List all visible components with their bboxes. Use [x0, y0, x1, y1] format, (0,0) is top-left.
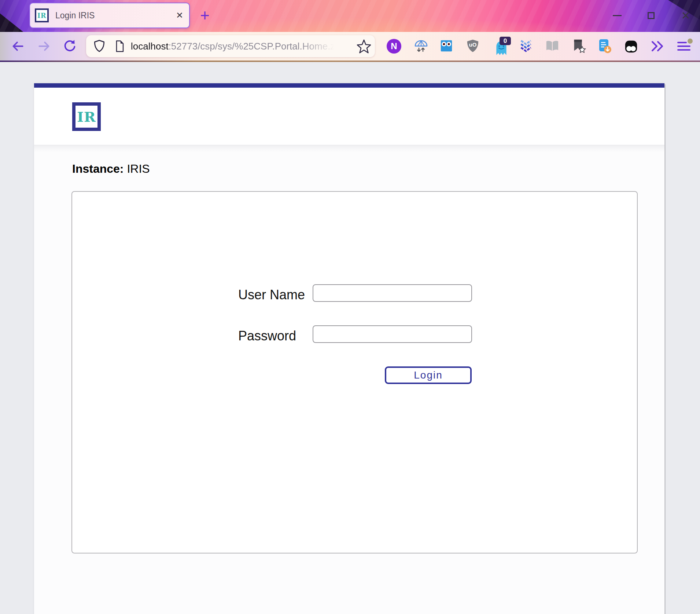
password-input[interactable] [313, 325, 472, 343]
forward-arrow-icon [39, 42, 48, 50]
navigation-toolbar: localhost:52773/csp/sys/%25CSP.Portal.Ho… [0, 32, 700, 61]
tab-title: Login IRIS [55, 11, 176, 21]
extension-save-page-button[interactable] [597, 39, 612, 54]
extension-containers-button[interactable] [624, 40, 638, 54]
ghostery-badge: 0 [500, 37, 511, 45]
tracking-protection-shield-icon[interactable] [93, 39, 106, 53]
window-maximize-button[interactable] [648, 12, 655, 19]
umbrella-icon [414, 39, 428, 54]
page-top-accent-bar [34, 83, 664, 88]
triple-chevron-down-icon [519, 40, 533, 52]
back-button[interactable] [11, 40, 25, 53]
url-host: localhost [131, 41, 169, 52]
forward-button[interactable] [37, 40, 51, 53]
overflow-menu-button[interactable] [651, 41, 664, 52]
reload-button[interactable] [62, 39, 77, 54]
new-tab-button[interactable]: + [200, 7, 210, 23]
page-info-icon[interactable] [113, 39, 126, 53]
browser-tab[interactable]: IR Login IRIS ✕ [29, 3, 190, 28]
double-chevron-right-icon [651, 41, 664, 52]
star-icon [357, 40, 371, 53]
extension-ghostery-button[interactable]: 0 [494, 38, 510, 55]
bookmark-star-icon [571, 39, 586, 54]
ublock-shield-icon: uO [466, 39, 480, 53]
extension-library-button[interactable] [545, 40, 559, 52]
instance-value: IRIS [127, 162, 150, 175]
hamburger-menu-icon [677, 41, 692, 52]
extension-googly-eyes-button[interactable] [439, 39, 453, 53]
login-button[interactable]: Login [385, 366, 472, 384]
black-binoculars-icon [624, 40, 638, 54]
url-bar[interactable]: localhost:52773/csp/sys/%25CSP.Portal.Ho… [86, 35, 375, 57]
open-book-icon [545, 40, 559, 52]
extension-bookmark-manager-button[interactable] [571, 39, 586, 54]
url-path: :52773/csp/sys/%25CSP.Portal.Home.zen [169, 41, 336, 52]
ublock-label: uO [466, 41, 480, 48]
tab-close-icon[interactable]: ✕ [176, 11, 183, 20]
window-close-button[interactable]: ✕ [680, 10, 691, 21]
menu-notification-dot [688, 39, 693, 44]
page-content: IR Instance: IRIS User Name Password Log… [0, 62, 700, 614]
username-input[interactable] [313, 284, 472, 302]
extension-ublock-button[interactable]: uO [466, 39, 480, 53]
theme-dark-wedge-left [0, 0, 26, 32]
iris-logo: IR [72, 102, 101, 131]
url-text[interactable]: localhost:52773/csp/sys/%25CSP.Portal.Ho… [131, 35, 336, 57]
extension-noscript-button[interactable]: N [387, 39, 401, 54]
instance-label: Instance: [72, 162, 124, 175]
back-arrow-icon [13, 42, 22, 50]
instance-row: Instance: IRIS [72, 162, 664, 176]
page-header: IR [34, 88, 664, 145]
document-download-icon [597, 39, 612, 54]
tab-favicon-ir-icon: IR [35, 8, 49, 22]
googly-eyes-icon [439, 39, 453, 53]
ghost-icon: 0 [494, 38, 510, 55]
login-page-card: IR Instance: IRIS User Name Password Log… [34, 83, 664, 614]
window-minimize-button[interactable] [613, 15, 622, 16]
header-shadow [34, 145, 664, 152]
bookmark-star-button[interactable] [357, 39, 371, 54]
noscript-icon: N [387, 39, 401, 54]
app-menu-button[interactable] [677, 41, 692, 52]
extension-translate-button[interactable] [414, 39, 428, 54]
tab-bar: IR Login IRIS ✕ + ✕ [0, 0, 700, 32]
login-panel: User Name Password Login [71, 191, 638, 553]
extension-chevrons-button[interactable] [519, 40, 533, 52]
